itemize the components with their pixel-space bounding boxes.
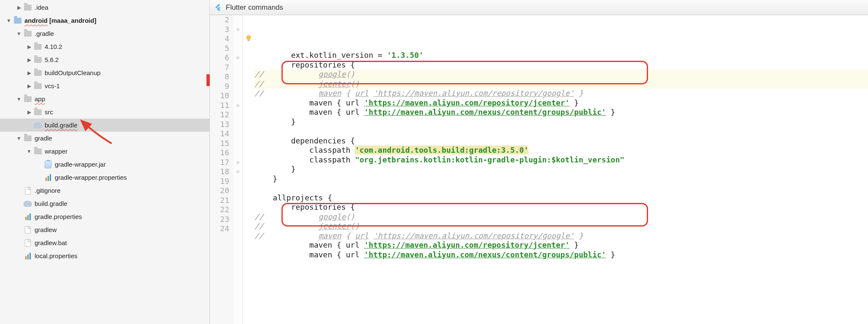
code-line[interactable]: repositories { [255,202,868,212]
folder-icon [24,95,32,103]
tree-item[interactable]: ▼wrapper [0,145,209,158]
tree-item-label: app [35,95,45,103]
tree-item[interactable]: ▶src [0,105,209,119]
editor-pane: Flutter commands 23456789101112131415161… [210,0,868,324]
lightbulb-icon[interactable] [243,34,255,43]
project-tree[interactable]: ▶.idea▼android[maaa_android]▼.gradle▶4.1… [0,0,210,324]
fold-marker[interactable]: ⊖ [233,167,242,177]
tree-item[interactable]: ▶4.10.2 [0,40,209,53]
chevron-right-icon[interactable]: ▶ [26,44,32,50]
chevron-down-icon[interactable]: ▼ [16,135,22,141]
fold-marker [233,34,242,44]
tree-item[interactable]: ▶.idea [0,1,209,14]
chevron-down-icon[interactable]: ▼ [16,31,22,37]
code-line[interactable]: } [255,174,868,184]
folder-icon [13,17,22,24]
fold-marker [233,215,242,224]
flutter-banner[interactable]: Flutter commands [210,0,868,15]
chevron-right-icon[interactable]: ▶ [26,83,32,89]
fold-marker [233,120,242,130]
line-number: 7 [210,63,229,73]
code-line[interactable]: // jcenter() [255,79,868,89]
code-line[interactable]: classpath "org.jetbrains.kotlin:kotlin-g… [255,155,868,165]
line-number: 17 [210,158,229,167]
line-number-gutter: 23456789101112131415161718192021222324 [210,15,233,324]
tree-item[interactable]: ▶vcs-1 [0,79,209,92]
file-icon [24,239,32,247]
file-icon [24,226,32,234]
gradle-icon [24,200,32,208]
chevron-right-icon[interactable]: ▶ [26,70,32,76]
chevron-right-icon[interactable]: ▶ [26,57,32,63]
line-number: 19 [210,177,229,186]
code-line[interactable]: // google() [255,212,868,222]
folder-icon [34,56,42,64]
tree-item-label: gradlew.bat [35,239,67,246]
fold-marker [233,63,242,73]
tree-item[interactable]: ▶gradle-wrapper.properties [0,171,209,184]
code-line[interactable]: } [255,165,868,174]
chevron-down-icon[interactable]: ▼ [26,148,32,154]
fold-marker[interactable]: ⊖ [233,158,242,167]
tree-item-label: .gradle [35,30,54,37]
code-line[interactable]: allprojects { [255,193,868,203]
tree-item-label: 4.10.2 [45,43,62,50]
fold-marker[interactable]: ⊖ [233,53,242,63]
tree-item[interactable]: ▼.gradle [0,27,209,40]
tree-item[interactable]: ▶gradlew.bat [0,236,209,249]
line-number: 12 [210,110,229,120]
tree-item[interactable]: ▶5.6.2 [0,53,209,66]
code-line[interactable]: maven { url 'https://maven.aliyun.com/re… [255,240,868,250]
code-line[interactable]: maven { url 'http://maven.aliyun.com/nex… [255,108,868,117]
code-line[interactable]: // maven { url 'https://maven.aliyun.com… [255,89,868,98]
tree-item[interactable]: ▼gradle [0,132,209,145]
line-number: 23 [210,215,229,224]
chevron-down-icon[interactable]: ▼ [16,96,22,102]
tree-item[interactable]: ▶local.properties [0,249,209,262]
jar-icon [44,161,52,168]
tree-item[interactable]: ▶build.gradle [0,197,209,210]
chevron-right-icon[interactable]: ▶ [26,109,32,115]
code-line[interactable] [255,259,868,269]
fold-marker [233,186,242,196]
fold-marker[interactable]: ⊖ [233,101,242,111]
code-line[interactable]: repositories { [255,60,868,70]
fold-marker [233,15,242,25]
properties-icon [24,252,32,260]
code-line[interactable]: maven { url 'http://maven.aliyun.com/nex… [255,250,868,260]
tree-item[interactable]: ▼android[maaa_android] [0,14,209,27]
tree-item[interactable]: ▶gradle-wrapper.jar [0,158,209,171]
tree-item[interactable]: ▼app [0,92,209,105]
tree-item-label: gradle.properties [35,213,82,220]
code-line[interactable]: dependencies { [255,136,868,146]
tree-item[interactable]: ▶.gitignore [0,184,209,197]
code-editor[interactable]: 23456789101112131415161718192021222324 ⊖… [210,15,868,324]
folder-icon [34,69,42,77]
file-icon [24,187,32,194]
code-line[interactable]: // jcenter() [255,221,868,231]
code-line[interactable]: classpath 'com.android.tools.build:gradl… [255,146,868,155]
code-line[interactable] [255,184,868,193]
code-line[interactable]: maven { url 'https://maven.aliyun.com/re… [255,98,868,108]
code-line[interactable] [255,127,868,136]
chevron-down-icon[interactable]: ▼ [6,18,12,24]
tree-item-suffix: [maaa_android] [49,17,96,24]
fold-gutter[interactable]: ⊖⊖⊖⊖⊖ [233,15,243,324]
code-body[interactable]: ext.kotlin_version = '1.3.50' repositori… [255,15,868,324]
code-line[interactable]: ext.kotlin_version = '1.3.50' [255,51,868,60]
tree-item[interactable]: ▶gradlew [0,223,209,236]
tree-item[interactable]: ▶gradle.properties [0,210,209,223]
tree-item-label: gradlew [35,226,57,233]
code-line[interactable]: // google() [255,70,868,79]
code-line[interactable]: } [255,117,868,127]
code-line[interactable]: // maven { url 'https://maven.aliyun.com… [255,231,868,241]
line-number: 11 [210,101,229,111]
fold-marker [233,82,242,92]
fold-marker[interactable]: ⊖ [233,25,242,35]
tree-item[interactable]: ▶build.gradle [0,119,209,132]
tree-item[interactable]: ▶buildOutputCleanup [0,66,209,79]
line-number: 15 [210,139,229,148]
tree-item-label: gradle-wrapper.properties [55,174,127,181]
chevron-right-icon[interactable]: ▶ [16,5,22,11]
fold-marker [233,177,242,186]
